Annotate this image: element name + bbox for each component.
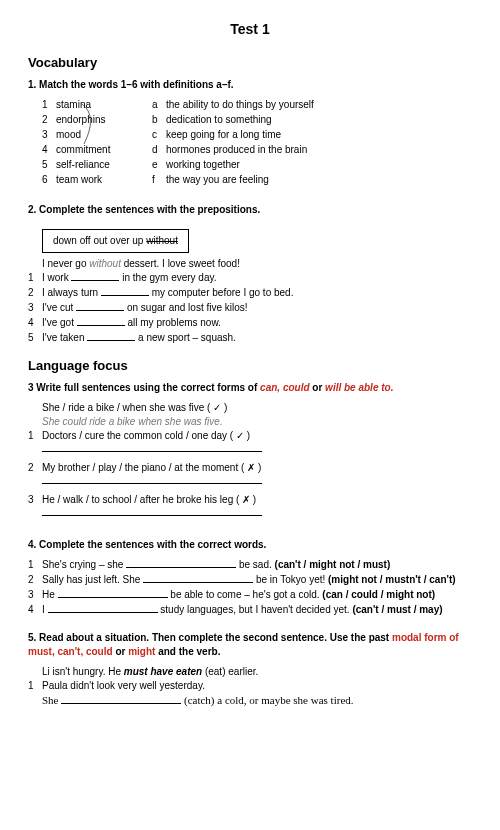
match-word: mood [56,128,152,142]
page-title: Test 1 [28,20,472,40]
item-body: He be able to come – he's got a cold. (c… [42,588,472,602]
match-letter: c [152,128,166,142]
q2-item: 3I've cut on sugar and lost five kilos! [28,301,472,315]
match-def: hormones produced in the brain [166,143,472,157]
match-letter: b [152,113,166,127]
match-letter: e [152,158,166,172]
item-num: 5 [28,331,42,345]
match-num: 2 [42,113,56,127]
match-row: 2endorphinsbdedication to something [42,113,472,127]
item-num: 2 [28,573,42,587]
q5-item-line2-post: (catch) a cold, or maybe she was tired. [181,694,353,706]
blank-input[interactable] [71,271,119,281]
q5-item-line2-pre: She [42,694,61,706]
match-num: 6 [42,173,56,187]
match-num: 1 [42,98,56,112]
item-body: I've got all my problems now. [42,316,472,330]
q5-instruction: 5. Read about a situation. Then complete… [28,631,472,659]
match-letter: f [152,173,166,187]
q2-instruction: 2. Complete the sentences with the prepo… [28,203,472,217]
language-focus-heading: Language focus [28,357,472,375]
q3-example-answer: She could ride a bike when she was five. [42,415,472,429]
match-def: working together [166,158,472,172]
q3-instr-or: or [312,382,325,393]
match-row: 5self-relianceeworking together [42,158,472,172]
item-num: 1 [28,429,42,460]
blank-input[interactable] [77,316,125,326]
box-words: down off out over up [53,235,146,246]
blank-input[interactable] [58,588,168,598]
match-row: 1staminaathe ability to do things by you… [42,98,472,112]
item-num: 1 [28,271,42,285]
item-num: 3 [28,301,42,315]
item-body: He / walk / to school / after he broke h… [42,493,472,524]
vocabulary-heading: Vocabulary [28,54,472,72]
blank-input[interactable] [48,603,158,613]
q3-item: 2My brother / play / the piano / at the … [28,461,472,492]
q4-item: 3He be able to come – he's got a cold. (… [28,588,472,602]
item-num: 2 [28,286,42,300]
match-def: keep going for a long time [166,128,472,142]
q5-item-body: Paula didn't look very well yesterday. S… [42,679,472,708]
blank-input[interactable] [87,331,135,341]
q5-instr-post: and the verb. [158,646,220,657]
answer-line[interactable] [42,515,262,516]
item-num: 3 [28,588,42,602]
item-num: 4 [28,316,42,330]
blank-input[interactable] [101,286,149,296]
item-num: 2 [28,461,42,492]
item-num: 3 [28,493,42,524]
blank-input[interactable] [126,558,236,568]
q2-item: 5I've taken a new sport – squash. [28,331,472,345]
q5-instr-or: or [115,646,128,657]
q2-item: 1I work in the gym every day. [28,271,472,285]
q4-item: 2Sally has just left. She be in Tokyo ye… [28,573,472,587]
match-def: dedication to something [166,113,472,127]
match-num: 5 [42,158,56,172]
match-letter: a [152,98,166,112]
match-word: endorphins [56,113,152,127]
q5-item: 1 Paula didn't look very well yesterday.… [28,679,472,708]
q3-instr-red2: will be able to. [325,382,393,393]
match-word: stamina [56,98,152,112]
q4-instruction: 4. Complete the sentences with the corre… [28,538,472,552]
match-num: 3 [42,128,56,142]
options: (can / could / might not) [322,589,435,600]
q5-item-line1: Paula didn't look very well yesterday. [42,679,472,693]
q4-item: 4I study languages, but I haven't decide… [28,603,472,617]
match-word: commitment [56,143,152,157]
q5-instr-red2: might [128,646,158,657]
q2-example: I never go without dessert. I love sweet… [42,257,472,271]
item-body: I study languages, but I haven't decided… [42,603,472,617]
q5-ex-post: (eat) earlier. [202,666,258,677]
match-letter: d [152,143,166,157]
match-row: 6team workfthe way you are feeling [42,173,472,187]
blank-input[interactable] [143,573,253,583]
q2-item: 2I always turn my computer before I go t… [28,286,472,300]
item-body: I've taken a new sport – squash. [42,331,472,345]
item-body: I've cut on sugar and lost five kilos! [42,301,472,315]
match-num: 4 [42,143,56,157]
options: (can't / might not / must) [275,559,391,570]
preposition-box: down off out over up without [42,229,189,253]
item-body: I work in the gym every day. [42,271,472,285]
item-body: I always turn my computer before I go to… [42,286,472,300]
answer-line[interactable] [42,483,262,484]
q1-instruction: 1. Match the words 1–6 with definitions … [28,78,472,92]
item-body: She's crying – she be sad. (can't / migh… [42,558,472,572]
q3-item: 3He / walk / to school / after he broke … [28,493,472,524]
item-num: 4 [28,603,42,617]
q3-item: 1Doctors / cure the common cold / one da… [28,429,472,460]
match-word: team work [56,173,152,187]
match-word: self-reliance [56,158,152,172]
q5-ex-pre: Li isn't hungry. He [42,666,124,677]
q3-instr-red1: can, could [260,382,312,393]
item-body: Sally has just left. She be in Tokyo yet… [42,573,472,587]
q3-instruction: 3 Write full sentences using the correct… [28,381,472,395]
answer-line[interactable] [42,451,262,452]
q4-item: 1She's crying – she be sad. (can't / mig… [28,558,472,572]
q3-instr-pre: 3 Write full sentences using the correct… [28,382,260,393]
blank-input[interactable] [61,694,181,704]
blank-input[interactable] [76,301,124,311]
match-row: 3moodckeep going for a long time [42,128,472,142]
